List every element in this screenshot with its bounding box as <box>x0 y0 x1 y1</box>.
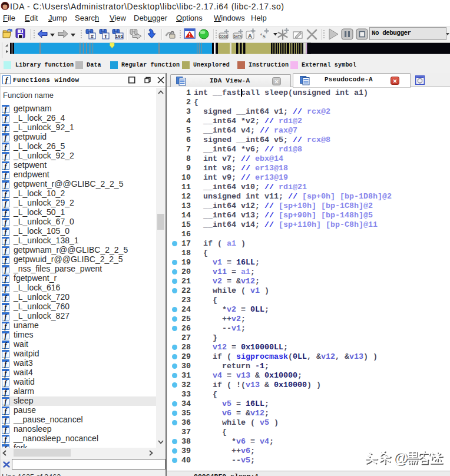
svg-text:T: T <box>104 34 108 40</box>
svg-text:CODE: CODE <box>219 35 229 38</box>
svg-text:A: A <box>248 32 252 39</box>
svg-text:DATA: DATA <box>233 35 241 38</box>
svg-text:101: 101 <box>115 34 124 39</box>
svg-text:#: # <box>91 34 94 40</box>
svg-text:‘s: ‘s <box>260 31 265 40</box>
